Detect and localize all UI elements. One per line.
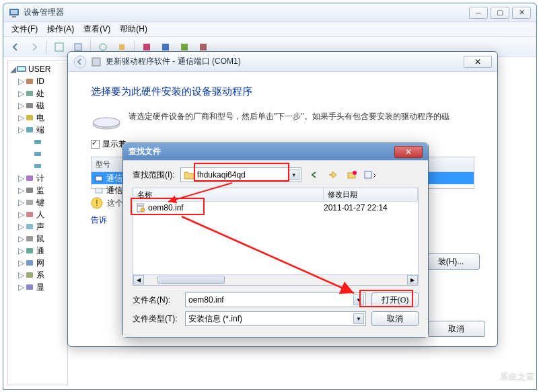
tree-item[interactable]: ▷网	[9, 257, 66, 269]
new-folder-icon[interactable]	[345, 168, 359, 182]
col-date[interactable]: 修改日期	[324, 188, 418, 201]
chevron-down-icon[interactable]: ▼	[353, 313, 364, 324]
scroll-left-icon[interactable]: ◀	[133, 275, 144, 284]
svg-rect-23	[26, 200, 33, 205]
view-menu-icon[interactable]	[363, 168, 378, 182]
expand-icon[interactable]: ▷	[17, 270, 24, 280]
tree-item[interactable]: ▷系	[9, 269, 66, 281]
svg-rect-30	[26, 284, 33, 290]
expand-icon[interactable]: ▷	[17, 113, 24, 122]
back-arrow-icon[interactable]	[73, 55, 87, 69]
tree-item[interactable]: ▷鼠	[9, 233, 66, 245]
expand-icon[interactable]: ▷	[17, 186, 24, 195]
file-row[interactable]: oem80.inf 2011-01-27 22:14	[133, 202, 418, 214]
chevron-down-icon[interactable]: ▼	[289, 169, 299, 180]
file-titlebar[interactable]: 查找文件 ✕	[123, 143, 428, 161]
look-in-combo[interactable]: fhdukaqi64qd ▼	[180, 167, 301, 182]
expand-icon[interactable]: ▷	[17, 282, 24, 292]
tree-item[interactable]: ▷端	[9, 124, 66, 136]
device-tree[interactable]: ◢ USER ▷ID▷处▷磁▷电▷端▷计▷监▷键▷人▷声▷鼠▷通▷网▷系▷显	[7, 60, 68, 385]
menubar: 文件(F) 操作(A) 查看(V) 帮助(H)	[3, 22, 536, 37]
tell-me-link[interactable]: 告诉	[91, 214, 107, 226]
menu-action[interactable]: 操作(A)	[43, 22, 78, 36]
up-icon[interactable]	[326, 168, 340, 182]
svg-point-45	[141, 208, 145, 212]
tree-item[interactable]: ▷显	[9, 281, 66, 293]
file-dialog-title: 查找文件	[129, 146, 394, 157]
chevron-down-icon[interactable]: ▼	[353, 295, 364, 305]
tree-item[interactable]: ▷ID	[9, 75, 66, 87]
scroll-thumb[interactable]	[157, 276, 225, 284]
back-icon[interactable]	[307, 168, 322, 182]
checkbox-checked-icon[interactable]	[91, 140, 100, 149]
svg-rect-6	[119, 44, 124, 50]
titlebar[interactable]: 设备管理器 ─ ▢ ✕	[3, 3, 536, 22]
look-in-label: 查找范围(I):	[133, 169, 175, 181]
tree-item[interactable]: ▷电	[9, 112, 66, 124]
expand-icon[interactable]: ▷	[17, 234, 24, 243]
col-name[interactable]: 名称	[133, 188, 324, 201]
svg-rect-8	[162, 44, 169, 50]
tree-root[interactable]: ◢ USER	[9, 63, 66, 75]
svg-rect-43	[138, 205, 143, 206]
tree-subitem[interactable]	[9, 136, 66, 148]
maximize-button[interactable]: ▢	[491, 7, 509, 19]
look-in-value: fhdukaqi64qd	[197, 170, 246, 180]
wizard-cancel-button[interactable]: 取消	[427, 321, 485, 337]
minimize-button[interactable]: ─	[469, 7, 488, 19]
expand-icon[interactable]: ▷	[17, 173, 24, 183]
tree-item[interactable]: ▷声	[9, 221, 66, 233]
port-icon	[32, 161, 43, 171]
file-close-button[interactable]: ✕	[394, 146, 423, 158]
expand-icon[interactable]: ▷	[17, 198, 24, 207]
filetype-combo[interactable]: 安装信息 (*.inf) ▼	[185, 311, 366, 326]
forward-button[interactable]	[26, 39, 42, 55]
tree-subitem[interactable]	[9, 160, 66, 172]
close-button[interactable]: ✕	[512, 7, 531, 19]
svg-rect-17	[26, 127, 33, 132]
scroll-right-icon[interactable]: ▶	[407, 275, 418, 284]
wizard-paragraph: 请选定硬件设备的厂商和型号，然后单击"下一步"。如果手头有包含要安装的驱动程序的…	[129, 110, 450, 122]
tree-item[interactable]: ▷计	[9, 172, 66, 184]
back-button[interactable]	[7, 39, 24, 55]
wizard-titlebar[interactable]: 更新驱动程序软件 - 通信端口 (COM1) ✕	[68, 52, 497, 72]
device-icon	[24, 197, 35, 208]
device-icon	[24, 76, 35, 87]
svg-rect-9	[181, 44, 188, 50]
menu-view[interactable]: 查看(V)	[79, 22, 114, 36]
svg-rect-21	[26, 175, 33, 181]
port-icon	[32, 136, 43, 147]
expand-icon[interactable]: ▷	[17, 246, 24, 256]
expand-icon[interactable]: ▷	[17, 210, 24, 219]
wizard-close-button[interactable]: ✕	[464, 56, 492, 68]
expand-icon[interactable]: ▷	[17, 222, 24, 231]
tree-item-label: 网	[36, 258, 44, 269]
filename-input[interactable]: oem80.inf ▼	[185, 292, 366, 307]
tree-item[interactable]: ▷处	[9, 87, 66, 100]
file-cancel-button[interactable]: 取消	[371, 311, 419, 326]
menu-file[interactable]: 文件(F)	[7, 22, 42, 36]
collapse-icon[interactable]: ◢	[9, 65, 16, 74]
watermark: 系统之家	[477, 366, 535, 385]
tree-item[interactable]: ▷人	[9, 208, 66, 221]
menu-help[interactable]: 帮助(H)	[116, 22, 151, 36]
tb-scan[interactable]	[51, 39, 67, 55]
expand-icon[interactable]: ▷	[17, 258, 24, 268]
tree-item-label: 系	[36, 270, 44, 281]
tree-item[interactable]: ▷通	[9, 245, 66, 257]
tree-item[interactable]: ▷监	[9, 184, 66, 196]
expand-icon[interactable]: ▷	[17, 101, 24, 110]
tree-subitem[interactable]	[9, 148, 66, 160]
tree-item[interactable]: ▷磁	[9, 100, 66, 112]
h-scrollbar[interactable]: ◀ ▶	[133, 274, 418, 285]
expand-icon[interactable]: ▷	[17, 77, 24, 86]
open-button[interactable]: 打开(O)	[371, 292, 419, 307]
svg-rect-7	[143, 44, 150, 50]
expand-icon[interactable]: ▷	[17, 89, 24, 98]
have-disk-button[interactable]: 装(H)...	[422, 253, 480, 270]
device-icon	[24, 185, 35, 196]
svg-point-40	[353, 171, 357, 175]
file-list[interactable]: 名称 修改日期 oem80.inf 2011-01-27 22:14 ◀ ▶	[133, 188, 419, 286]
tree-item[interactable]: ▷键	[9, 196, 66, 208]
expand-icon[interactable]: ▷	[17, 125, 24, 134]
